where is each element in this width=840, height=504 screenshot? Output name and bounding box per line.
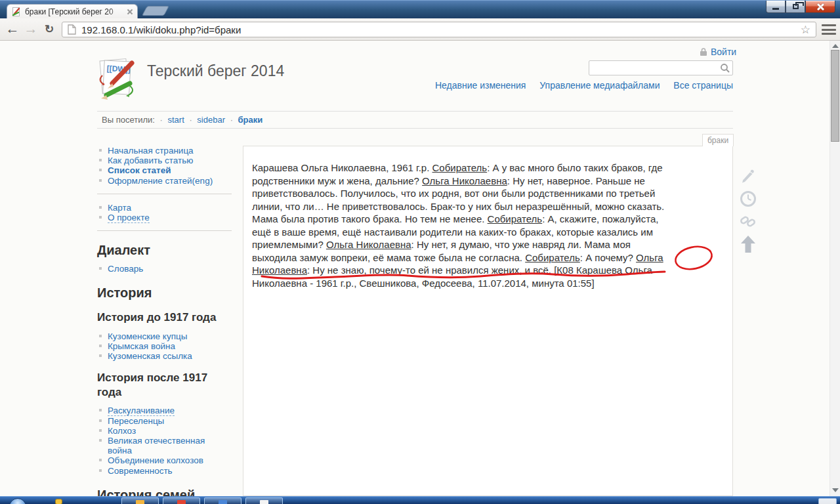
sidebar-list-item: Переселенцы xyxy=(97,416,232,426)
sidebar-list-item: Кузоменская ссылка xyxy=(97,351,232,361)
tab-close-icon[interactable] xyxy=(127,9,133,15)
sidebar-link[interactable]: Современность xyxy=(108,466,173,476)
window-controls xyxy=(766,1,835,13)
start-orb[interactable] xyxy=(9,498,26,504)
sidebar-heading: История семей xyxy=(97,488,232,496)
sidebar-link[interactable]: Словарь xyxy=(108,264,143,274)
back-to-top-icon[interactable] xyxy=(740,235,757,253)
url-text[interactable]: 192.168.0.1/wiki/doku.php?id=браки xyxy=(81,24,795,35)
search-icon[interactable] xyxy=(720,63,730,74)
sidebar-list-item: Список статей xyxy=(97,165,232,175)
reload-button[interactable]: ↻ xyxy=(41,20,58,37)
taskbar-tray[interactable] xyxy=(818,498,837,504)
taskbar-app-2[interactable] xyxy=(163,497,200,504)
page-icon xyxy=(68,24,76,35)
sidebar-link[interactable]: Объединение колхозов xyxy=(108,455,203,465)
article-text: : А почему? xyxy=(580,252,636,263)
sidebar-list: Словарь xyxy=(97,264,232,274)
sidebar-list: КартаО проекте xyxy=(97,203,232,222)
quicklaunch-icon[interactable] xyxy=(55,499,62,504)
sidebar-link[interactable]: Переселенцы xyxy=(108,416,164,426)
browser-tab[interactable]: браки [Терский берег 20 xyxy=(7,4,138,19)
speaker-name: Ольга Николаевна xyxy=(326,239,411,250)
back-button[interactable]: ← xyxy=(4,20,21,37)
scroll-down-arrow[interactable] xyxy=(832,488,839,492)
breadcrumb-current[interactable]: браки xyxy=(238,115,263,125)
sidebar-link[interactable]: Кузоменские купцы xyxy=(108,331,187,341)
sidebar-list-item: Колхоз xyxy=(97,426,232,436)
breadcrumb-link-start[interactable]: start xyxy=(167,115,184,125)
dokuwiki-logo[interactable]: [[DW]] xyxy=(96,56,139,102)
sidebar-list-item: Начальная страница xyxy=(97,146,232,156)
media-manager-link[interactable]: Управление медиафайлами xyxy=(539,80,660,91)
login-link[interactable]: Войти xyxy=(711,47,736,57)
sidebar-nav: Начальная страницаКак добавить статьюСпи… xyxy=(97,144,232,496)
recent-changes-link[interactable]: Недавние изменения xyxy=(435,80,526,91)
sidebar-link[interactable]: Великая отечественная война xyxy=(108,436,205,455)
minimize-icon xyxy=(772,8,779,10)
revisions-clock-icon[interactable] xyxy=(740,190,757,207)
sidebar-divider xyxy=(97,194,232,194)
sidebar-link[interactable]: Начальная страница xyxy=(108,146,194,156)
speaker-name: Собиратель xyxy=(432,162,488,173)
browser-toolbar: ← → ↻ 192.168.0.1/wiki/doku.php?id=браки… xyxy=(0,18,840,41)
sidebar-heading: История xyxy=(97,285,232,301)
article-text: Карашева Ольга Николаевна, 1961 г.р. xyxy=(252,162,432,173)
sitemap-link[interactable]: Все страницы xyxy=(673,80,733,91)
sidebar-link[interactable]: О проекте xyxy=(108,213,150,223)
minimize-button[interactable] xyxy=(766,1,786,13)
sidebar-heading: Диалект xyxy=(97,243,232,258)
taskbar xyxy=(0,496,840,504)
speaker-name: Ольга Николаевна xyxy=(422,175,507,186)
speaker-name: Собиратель xyxy=(488,213,543,224)
breadcrumb-link-sidebar[interactable]: sidebar xyxy=(197,115,225,125)
sidebar-list-item: Современность xyxy=(97,466,232,476)
scroll-thumb[interactable] xyxy=(831,50,839,142)
sidebar-list-item: Раскулачивание xyxy=(97,406,232,415)
address-bar[interactable]: 192.168.0.1/wiki/doku.php?id=браки ☆ xyxy=(62,22,816,37)
sidebar-link[interactable]: Карта xyxy=(108,203,131,213)
sidebar-link[interactable]: Оформление статей(eng) xyxy=(108,176,213,186)
taskbar-app-3[interactable] xyxy=(204,497,242,504)
bookmark-star-icon[interactable]: ☆ xyxy=(801,24,810,35)
page-tools xyxy=(740,168,759,253)
forward-button[interactable]: → xyxy=(22,20,39,37)
sidebar-list-item: Как добавить статью xyxy=(97,156,232,165)
backlinks-icon[interactable] xyxy=(740,213,757,230)
taskbar-app-4[interactable] xyxy=(245,497,283,504)
sidebar-heading: История до 1917 года xyxy=(97,310,232,325)
sidebar-heading: История после 1917 года xyxy=(97,371,232,400)
article-text: : Ну не знаю, почему-то ей не нравился ж… xyxy=(252,264,652,289)
sidebar-link[interactable]: Кузоменская ссылка xyxy=(108,351,192,361)
close-button[interactable] xyxy=(805,1,835,13)
sidebar-list: Начальная страницаКак добавить статьюСпи… xyxy=(97,146,232,186)
article-paragraph: Карашева Ольга Николаевна, 1961 г.р. Соб… xyxy=(252,161,669,289)
top-links: Недавние изменения Управление медиафайла… xyxy=(262,80,733,91)
close-icon xyxy=(816,3,824,10)
restore-button[interactable] xyxy=(786,1,805,13)
sidebar-link[interactable]: Крымская война xyxy=(108,341,175,351)
sidebar-list-item: О проекте xyxy=(97,213,232,222)
speaker-name: Собиратель xyxy=(525,252,580,263)
breadcrumb: Вы посетили: · start · sidebar · браки xyxy=(97,111,733,129)
screen: браки [Терский берег 20 ← → ↻ 192.168.0.… xyxy=(0,0,840,504)
browser-menu-icon[interactable] xyxy=(822,24,836,35)
search-box xyxy=(589,60,733,75)
sidebar-link[interactable]: Список статей xyxy=(108,165,171,175)
sidebar-list: РаскулачиваниеПереселенцыКолхозВеликая о… xyxy=(97,406,232,475)
sidebar-divider xyxy=(97,230,232,231)
sidebar-list: Кузоменские купцыКрымская войнаКузоменск… xyxy=(97,331,232,362)
tab-title: браки [Терский берег 20 xyxy=(25,7,123,16)
sidebar-link[interactable]: Раскулачивание xyxy=(108,406,175,416)
sidebar-link[interactable]: Колхоз xyxy=(108,426,136,436)
sidebar-link[interactable]: Как добавить статью xyxy=(108,156,193,165)
sidebar-list-item: Словарь xyxy=(97,264,232,274)
edit-pencil-icon[interactable] xyxy=(740,168,757,185)
scroll-up-arrow[interactable] xyxy=(832,44,839,48)
article-container: Карашева Ольга Николаевна, 1961 г.р. Соб… xyxy=(243,146,733,496)
taskbar-app-1[interactable] xyxy=(121,497,159,504)
browser-titlebar: браки [Терский берег 20 xyxy=(0,0,840,18)
search-input[interactable] xyxy=(592,62,717,74)
sidebar-list-item: Карта xyxy=(97,203,232,213)
new-tab-button[interactable] xyxy=(142,6,169,16)
